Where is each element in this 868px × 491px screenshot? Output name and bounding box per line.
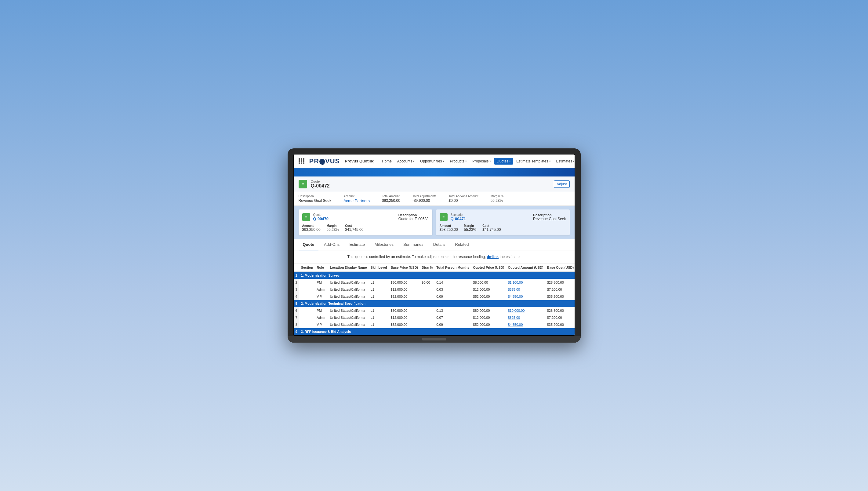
nav-opportunities[interactable]: Opportunities ▾ xyxy=(418,158,447,165)
card-stat-value-amount-1: $93,250.00 xyxy=(440,228,458,232)
base-cost-cell: $35,200.00 xyxy=(545,293,575,300)
location-cell: United States/California xyxy=(328,293,369,300)
base-cost-cell: $35,200.00 xyxy=(545,321,575,328)
quoted-amount-cell[interactable]: $1,100.00 xyxy=(506,279,545,286)
meta-account-link[interactable]: Acme Partners xyxy=(343,199,370,203)
base-cost-cell: $7,200.00 xyxy=(545,314,575,321)
row-num: 1 xyxy=(294,272,299,279)
total-pm-cell: 0.09 xyxy=(435,321,471,328)
table-row: 2 PM United States/California L1 $80,000… xyxy=(294,279,575,286)
table-section-row: 5 2. Modernization Technical Specificati… xyxy=(294,300,575,307)
de-link-link[interactable]: de-link xyxy=(487,255,499,259)
total-pm-cell: 0.09 xyxy=(435,293,471,300)
row-num: 6 xyxy=(294,307,299,314)
card-meta-0: Quote Q-00470 xyxy=(313,213,395,221)
nav-estimate-templates[interactable]: Estimate Templates ▾ xyxy=(514,158,553,165)
nav-quotes[interactable]: Quotes ▾ xyxy=(494,158,513,165)
nav-proposals[interactable]: Proposals ▾ xyxy=(470,158,493,165)
location-cell: United States/California xyxy=(328,286,369,293)
total-pm-cell: 0.03 xyxy=(435,286,471,293)
card-desc-value-1: Revenue Goal Seek xyxy=(533,217,566,221)
quoted-amount-cell[interactable]: $4,550.00 xyxy=(506,293,545,300)
card-stat-value-cost-1: $41,745.00 xyxy=(482,228,501,232)
col-quoted-amount: Quoted Amount (USD) xyxy=(506,263,545,272)
card-stats-1: Amount $93,250.00 Margin 55.23% Cost $41… xyxy=(440,224,566,232)
quote-card-1: ≡ Scenario Q-00471 Description Revenue G… xyxy=(436,209,570,235)
disc-cell xyxy=(420,321,435,328)
row-num: 8 xyxy=(294,321,299,328)
meta-addons-value: $0.00 xyxy=(449,199,478,203)
quoted-price-cell: $12,000.00 xyxy=(471,286,506,293)
base-cost-cell: $28,800.00 xyxy=(545,307,575,314)
tab-milestones[interactable]: Milestones xyxy=(370,239,398,250)
chevron-down-icon: ▾ xyxy=(465,160,467,163)
notice-text-before: This quote is controlled by an estimate.… xyxy=(348,255,486,259)
adjust-button[interactable]: Adjust xyxy=(554,180,569,188)
meta-account-label: Account xyxy=(343,195,370,198)
card-id-0[interactable]: Q-00470 xyxy=(313,216,395,221)
card-stat-label-cost-1: Cost xyxy=(482,224,501,228)
tab-estimate[interactable]: Estimate xyxy=(345,239,369,250)
col-role: Role xyxy=(315,263,328,272)
table-row: 8 V.P. United States/California L1 $52,0… xyxy=(294,321,575,328)
meta-description-label: Description xyxy=(299,195,331,198)
section-cell xyxy=(299,307,315,314)
table-header-row: Section Role Location Display Name Skill… xyxy=(294,263,575,272)
app-name: Provus Quoting xyxy=(345,159,375,163)
blue-banner xyxy=(294,168,575,176)
tab-addons[interactable]: Add-Ons xyxy=(320,239,344,250)
card-desc-label-1: Description xyxy=(533,213,566,217)
quoted-amount-cell[interactable]: $10,000.00 xyxy=(506,307,545,314)
card-id-1[interactable]: Q-00471 xyxy=(451,216,530,221)
quote-icon: ≡ xyxy=(299,180,307,189)
card-header-0: ≡ Quote Q-00470 Description Quote for E-… xyxy=(302,213,429,221)
table-section-row: 9 3. RFP Issuance & Bid Analysis xyxy=(294,328,575,335)
quoted-price-cell: $52,000.00 xyxy=(471,321,506,328)
col-base-price: Base Price (USD) xyxy=(389,263,420,272)
location-cell: United States/California xyxy=(328,321,369,328)
notice-bar: This quote is controlled by an estimate.… xyxy=(294,250,575,263)
meta-margin-value: 55.23% xyxy=(491,199,504,203)
quote-header-left: ≡ Quote Q-00472 xyxy=(299,179,330,189)
nav-products[interactable]: Products ▾ xyxy=(448,158,469,165)
skill-cell: L1 xyxy=(369,279,389,286)
section-label: 1. Modernization Survey xyxy=(299,272,575,279)
base-cost-cell: $28,800.00 xyxy=(545,279,575,286)
section-cell xyxy=(299,293,315,300)
quote-table-wrapper: Section Role Location Display Name Skill… xyxy=(294,263,575,335)
section-cell xyxy=(299,286,315,293)
top-bar: PR⚙VUS Provus Quoting Home Accounts ▾ Op… xyxy=(294,154,575,168)
quoted-amount-cell[interactable]: $375.00 xyxy=(506,286,545,293)
meta-addons-label: Total Add-ons Amount xyxy=(449,195,478,198)
total-pm-cell: 0.14 xyxy=(435,279,471,286)
tab-quote[interactable]: Quote xyxy=(299,239,319,250)
nav-home[interactable]: Home xyxy=(380,158,394,165)
col-location: Location Display Name xyxy=(328,263,369,272)
quote-table: Section Role Location Display Name Skill… xyxy=(294,263,575,335)
meta-total-amount: Total Amount $93,250.00 xyxy=(382,195,400,203)
nav-estimates[interactable]: Estimates ▾ xyxy=(554,158,575,165)
nav-accounts[interactable]: Accounts ▾ xyxy=(395,158,417,165)
quoted-price-cell: $52,000.00 xyxy=(471,293,506,300)
card-stat-value-margin-0: 55.23% xyxy=(327,228,339,232)
section-label: 3. RFP Issuance & Bid Analysis xyxy=(299,328,575,335)
disc-cell xyxy=(420,307,435,314)
tab-details[interactable]: Details xyxy=(429,239,450,250)
skill-cell: L1 xyxy=(369,307,389,314)
section-cell xyxy=(299,321,315,328)
cards-section: ≡ Quote Q-00470 Description Quote for E-… xyxy=(294,206,575,239)
tab-related[interactable]: Related xyxy=(451,239,473,250)
quoted-amount-cell[interactable]: $4,550.00 xyxy=(506,321,545,328)
quoted-amount-cell[interactable]: $825.00 xyxy=(506,314,545,321)
logo-text: PR⚙VUS xyxy=(309,157,340,165)
location-cell: United States/California xyxy=(328,314,369,321)
col-skill: Skill Level xyxy=(369,263,389,272)
tab-summaries[interactable]: Summaries xyxy=(399,239,428,250)
row-num: 5 xyxy=(294,300,299,307)
nav-bar: Home Accounts ▾ Opportunities ▾ Products… xyxy=(380,158,575,165)
meta-adjustments-label: Total Adjustments xyxy=(413,195,436,198)
grid-icon[interactable] xyxy=(299,158,304,164)
role-cell: PM xyxy=(315,307,328,314)
meta-margin: Margin % 55.23% xyxy=(491,195,504,203)
card-stat-value-cost-0: $41,745.00 xyxy=(345,228,363,232)
